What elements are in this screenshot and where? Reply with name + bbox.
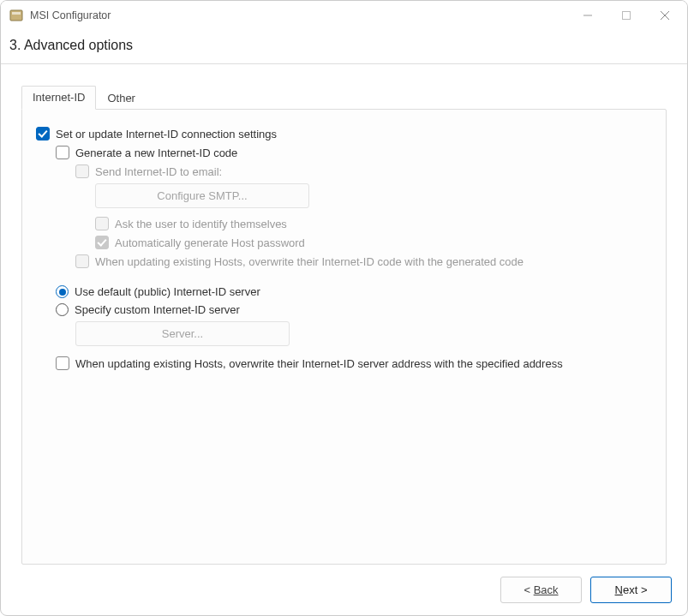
label-set-update: Set or update Internet-ID connection set…	[56, 128, 277, 141]
close-button[interactable]	[645, 3, 684, 28]
checkbox-generate-new-code[interactable]	[56, 146, 69, 159]
button-label: Configure SMTP...	[157, 189, 247, 202]
checkbox-set-update[interactable]	[36, 127, 50, 141]
checkbox-send-email	[75, 164, 89, 178]
label-overwrite-code: When updating existing Hosts, overwrite …	[95, 255, 523, 268]
maximize-button[interactable]	[607, 3, 645, 28]
window-controls	[568, 3, 684, 28]
label-auto-host-pw: Automatically generate Host password	[115, 236, 305, 249]
tab-label: Internet-ID	[33, 91, 85, 104]
svg-rect-1	[12, 12, 21, 15]
wizard-footer: < Back Next >	[1, 565, 687, 615]
label-custom-server: Specify custom Internet-ID server	[75, 303, 240, 316]
titlebar: MSI Configurator	[1, 1, 687, 29]
content-area: Internet-ID Other Set or update Internet…	[1, 64, 687, 565]
label-default-server: Use default (public) Internet-ID server	[75, 285, 260, 298]
radio-default-server[interactable]	[56, 285, 69, 298]
tab-internet-id[interactable]: Internet-ID	[21, 86, 96, 110]
window-title: MSI Configurator	[30, 9, 568, 21]
app-icon	[9, 9, 23, 22]
button-label: < Back	[523, 583, 558, 596]
checkbox-auto-host-pw	[95, 236, 109, 249]
svg-rect-3	[622, 11, 630, 19]
tab-panel-internet-id: Set or update Internet-ID connection set…	[21, 109, 667, 565]
button-server: Server...	[75, 321, 290, 346]
tab-other[interactable]: Other	[96, 87, 147, 110]
label-ask-user: Ask the user to identify themselves	[115, 218, 287, 230]
tab-label: Other	[107, 92, 135, 105]
tab-row: Internet-ID Other	[21, 85, 667, 109]
radio-custom-server[interactable]	[56, 303, 69, 316]
svg-rect-0	[10, 10, 22, 21]
minimize-button[interactable]	[568, 3, 607, 28]
label-generate-new-code: Generate a new Internet-ID code	[75, 147, 237, 159]
checkbox-ask-user	[95, 217, 109, 230]
checkbox-overwrite-server[interactable]	[56, 356, 69, 370]
button-label: Server...	[162, 327, 203, 340]
button-label: Next >	[615, 583, 648, 596]
page-title: 3. Advanced options	[1, 29, 687, 62]
next-button[interactable]: Next >	[590, 577, 672, 603]
back-button[interactable]: < Back	[500, 577, 582, 603]
label-send-email: Send Internet-ID to email:	[95, 165, 222, 178]
button-configure-smtp: Configure SMTP...	[95, 183, 309, 208]
label-overwrite-server: When updating existing Hosts, overwrite …	[75, 357, 563, 370]
checkbox-overwrite-code	[75, 254, 89, 268]
